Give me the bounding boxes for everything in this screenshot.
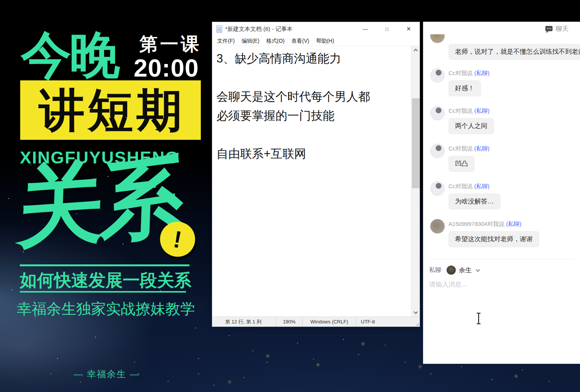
chevron-down-icon[interactable] — [476, 267, 480, 272]
notepad-text-line — [216, 68, 411, 87]
current-user-avatar — [447, 266, 456, 275]
sender-name: Cc对我说 — [449, 145, 473, 152]
sender-name: A15099978304对我说 — [449, 221, 505, 227]
notepad-window: *新建文本文档 (6) - 记事本 — □ ✕ 文件(F) 编辑(E) 格式(O… — [212, 22, 420, 327]
avatar — [430, 219, 445, 234]
notepad-menubar: 文件(F) 编辑(E) 格式(O) 查看(V) 帮助(H) — [212, 36, 420, 46]
chat-divider — [429, 259, 575, 259]
avatar — [430, 106, 445, 120]
notepad-text-line: 会聊天是这个时代每个男人都 — [216, 87, 411, 106]
chat-message: 老师，说对了，就是不懂怎么训练找不到老师 — [423, 44, 580, 60]
chat-message-bubble: 希望这次能找对老师，谢谢 — [449, 231, 539, 247]
private-chat-tag[interactable]: (私聊) — [474, 107, 490, 114]
notepad-text-area[interactable]: 3、缺少高情商沟通能力 会聊天是这个时代每个男人都 必须要掌握的一门技能 自由联… — [213, 46, 411, 317]
notepad-text-line — [216, 125, 411, 144]
poster-lesson-tag: 第一课 — [129, 35, 201, 53]
status-zoom-level: 190% — [276, 317, 302, 326]
status-encoding: UTF-8 — [356, 317, 420, 326]
chat-message-sender: Cc对我说 (私聊) — [449, 182, 580, 190]
chat-message: Cc对我说 (私聊) 好感！ — [423, 69, 580, 96]
private-chat-label: 私聊 — [429, 266, 441, 274]
notepad-statusbar: 第 12 行, 第 1 列 190% Windows (CRLF) UTF-8 — [212, 317, 420, 326]
close-button[interactable]: ✕ — [398, 22, 420, 36]
sender-name: Cc对我说 — [449, 70, 473, 76]
scrollbar-thumb[interactable] — [412, 98, 420, 188]
avatar — [430, 144, 445, 158]
status-encoding-label: UTF-8 — [361, 319, 375, 325]
chat-message-list[interactable]: 老师，说对了，就是不懂怎么训练找不到老师 Cc对我说 (私聊) 好感！ Cc对我… — [423, 34, 580, 259]
chat-message-sender: A15099978304对我说 (私聊) — [449, 220, 580, 228]
chat-message-sender: Cc对我说 (私聊) — [449, 107, 580, 115]
chat-panel: 聊天 老师，说对了，就是不懂怎么训练找不到老师 Cc对我说 (私聊) 好感！ C… — [423, 22, 580, 364]
notepad-text-line: 自由联系+互联网 — [216, 144, 411, 163]
menu-view[interactable]: 查看(V) — [288, 36, 313, 46]
private-chat-tag[interactable]: (私聊) — [474, 145, 490, 152]
menu-help[interactable]: 帮助(H) — [312, 36, 337, 46]
notepad-window-title: *新建文本文档 (6) - 记事本 — [225, 26, 293, 33]
chat-message-bubble: 好感！ — [449, 80, 481, 96]
avatar — [430, 68, 445, 83]
notepad-titlebar[interactable]: *新建文本文档 (6) - 记事本 — □ ✕ — [212, 22, 420, 36]
poster-schedule: 第一课 20:00 — [129, 35, 199, 80]
menu-format[interactable]: 格式(O) — [263, 36, 288, 46]
chat-message-bubble: 凹凸 — [449, 156, 474, 172]
chat-message-sender: Cc对我说 (私聊) — [449, 69, 580, 77]
chat-message-input[interactable] — [429, 279, 551, 290]
sender-name: Cc对我说 — [449, 183, 473, 189]
scroll-up-arrow-icon[interactable] — [412, 46, 420, 54]
chat-message-bubble: 为啥没解答… — [449, 194, 500, 210]
chat-header: 聊天 — [423, 22, 580, 34]
chat-header-label: 聊天 — [556, 24, 569, 33]
private-chat-selector[interactable]: 私聊 余生 — [429, 266, 479, 275]
poster-headline: 今晚 — [21, 29, 119, 82]
text-ibeam-cursor — [476, 312, 482, 326]
minimize-button[interactable]: — — [354, 22, 376, 36]
private-chat-tag[interactable]: (私聊) — [474, 183, 490, 189]
screen: 今晚 第一课 20:00 讲短期 XINGFUYUSHENG 关系 ! 如何快速… — [0, 0, 580, 392]
menu-edit[interactable]: 编辑(E) — [238, 36, 263, 46]
poster-divider-bottom — [20, 291, 186, 293]
avatar — [430, 34, 445, 43]
menu-file[interactable]: 文件(F) — [214, 36, 238, 46]
notepad-text-line: 必须要掌握的一门技能 — [216, 106, 411, 125]
chat-message: Cc对我说 (私聊) 两个人之间 — [423, 107, 580, 134]
current-user-name: 余生 — [459, 266, 472, 275]
sender-name: Cc对我说 — [449, 107, 473, 114]
maximize-button[interactable]: □ — [376, 22, 398, 36]
chat-message-sender: Cc对我说 (私聊) — [449, 145, 580, 152]
chat-message-bubble: 两个人之间 — [449, 118, 494, 134]
notepad-vertical-scrollbar[interactable] — [411, 46, 420, 317]
window-controls: — □ ✕ — [354, 22, 420, 36]
private-chat-tag[interactable]: (私聊) — [506, 221, 521, 227]
notepad-text-line: 3、缺少高情商沟通能力 — [216, 49, 411, 68]
notepad-app-icon — [216, 26, 222, 33]
avatar — [430, 181, 445, 196]
poster-subtitle: 如何快速发展一段关系 — [20, 269, 191, 292]
chat-message: Cc对我说 (私聊) 凹凸 — [423, 145, 580, 172]
exclamation-mark: ! — [171, 225, 184, 253]
scroll-down-arrow-icon[interactable] — [412, 308, 420, 317]
status-cursor-position: 第 12 行, 第 1 列 — [212, 317, 276, 326]
poster-time: 20:00 — [129, 56, 199, 80]
poster-banner-text: 讲短期 — [39, 87, 185, 133]
chat-message-bubble: 老师，说对了，就是不懂怎么训练找不到老师 — [449, 44, 580, 60]
resize-grip-icon[interactable] — [416, 323, 419, 326]
chat-message: Cc对我说 (私聊) 为啥没解答… — [423, 182, 580, 210]
poster-keyword: 关系 — [16, 150, 185, 254]
poster-watermark: — 幸福余生 — — [0, 368, 213, 380]
poster-banner: 讲短期 — [20, 80, 201, 140]
promo-poster: 今晚 第一课 20:00 讲短期 XINGFUYUSHENG 关系 ! 如何快速… — [0, 0, 209, 392]
poster-divider-top — [20, 264, 189, 266]
status-line-ending: Windows (CRLF) — [302, 317, 356, 326]
private-chat-tag[interactable]: (私聊) — [474, 70, 490, 76]
poster-tagline: 幸福余生独家实战撩妹教学 — [17, 299, 195, 319]
chat-message: A15099978304对我说 (私聊) 希望这次能找对老师，谢谢 — [423, 220, 580, 247]
chat-bubble-icon — [545, 26, 553, 31]
